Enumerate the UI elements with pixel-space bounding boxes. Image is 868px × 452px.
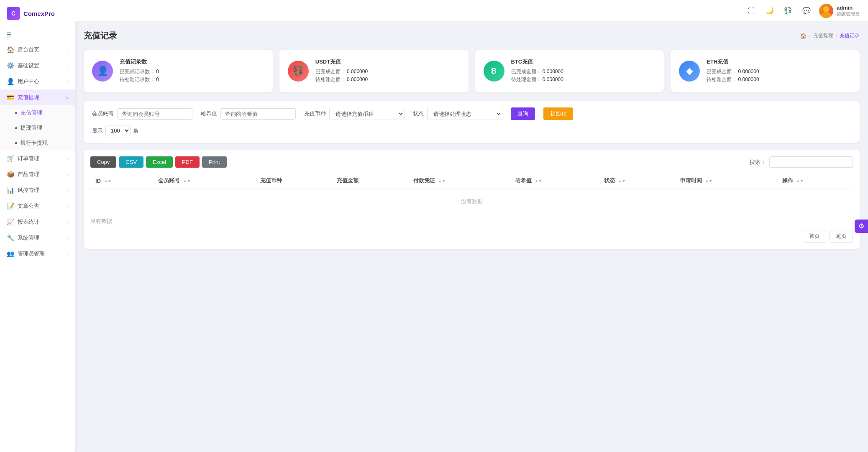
no-data-text: 没有数据 [90, 217, 853, 225]
sidebar-sub-item-bank-withdraw[interactable]: 银行卡提现 [0, 135, 75, 151]
filter-hash-label: 哈希值 [201, 110, 217, 117]
sidebar-item-label: 产品管理 [18, 171, 39, 178]
recharge-icon: 💳 [7, 94, 14, 101]
breadcrumb-home-icon: 🏠 [800, 33, 807, 39]
system-icon: 🔧 [7, 234, 14, 242]
chevron-down-icon: ∨ [66, 95, 69, 100]
col-action[interactable]: 操作 ▲▼ [777, 173, 853, 189]
sidebar: C ComexPro ☰ 🏠 后台首页 ‹ ⚙️ 基础设置 ‹ 👤 用户中心 ‹… [0, 0, 75, 452]
data-table: ID ▲▼ 会员账号 ▲▼ 充值币种 充值金额 [90, 173, 853, 214]
topbar-user[interactable]: admin 超级管理员 [819, 4, 860, 18]
notification-icon[interactable]: 💬 [801, 5, 812, 17]
sidebar-item-dashboard[interactable]: 🏠 后台首页 ‹ [0, 42, 75, 58]
first-page-button[interactable]: 首页 [803, 230, 826, 243]
col-status[interactable]: 状态 ▲▼ [599, 173, 675, 189]
sidebar-sub-recharge: 充值管理 提现管理 银行卡提现 [0, 105, 75, 151]
col-apply-time[interactable]: 申请时间 ▲▼ [675, 173, 777, 189]
chevron-right-icon: ‹ [67, 48, 69, 52]
csv-button[interactable]: CSV [119, 156, 143, 168]
search-row: 搜索： [750, 156, 853, 168]
sidebar-item-label: 基础设置 [18, 62, 39, 69]
floating-settings-button[interactable]: ⚙ [855, 220, 868, 233]
chevron-right-icon: ‹ [67, 64, 69, 68]
sidebar-item-basic[interactable]: ⚙️ 基础设置 ‹ [0, 58, 75, 74]
filter-line-2: 显示 100 50 25 10 条 [92, 125, 851, 136]
currency-icon[interactable]: 💱 [782, 5, 794, 17]
main-area: ⛶ 🌙 💱 💬 admin 超级管理员 充值记录 🏠 / 充值提现 / 充值记录 [75, 0, 868, 452]
fullscreen-icon[interactable]: ⛶ [745, 5, 757, 17]
sidebar-item-users[interactable]: 👤 用户中心 ‹ [0, 74, 75, 89]
breadcrumb: 🏠 / 充值提现 / 充值记录 [800, 32, 860, 39]
query-button[interactable]: 查询 [511, 107, 535, 120]
stat-cards: 👤 充值记录数 已完成记录数： 0 待处理记录数： 0 💱 [84, 50, 860, 92]
copy-button[interactable]: Copy [90, 156, 116, 168]
stat-title: 充值记录数 [120, 58, 264, 66]
sort-icon: ▲▼ [705, 179, 712, 183]
filter-currency: 充值币种 请选择充值币种 USDT BTC ETH [304, 108, 405, 120]
reset-button[interactable]: 初始化 [543, 107, 573, 120]
sidebar-item-reports[interactable]: 📈 报表统计 ‹ [0, 214, 75, 230]
currency-select[interactable]: 请选择充值币种 USDT BTC ETH [329, 108, 405, 120]
sidebar-item-risk[interactable]: 📊 风控管理 ‹ [0, 182, 75, 198]
users-icon: 👤 [7, 78, 14, 85]
sort-icon: ▲▼ [618, 179, 626, 183]
avatar [819, 4, 833, 18]
sidebar-item-orders[interactable]: 🛒 订单管理 ‹ [0, 151, 75, 166]
sidebar-sub-item-withdraw-manage[interactable]: 提现管理 [0, 120, 75, 135]
sidebar-item-label: 文章公告 [18, 202, 39, 210]
pdf-button[interactable]: PDF [175, 156, 200, 168]
table-toolbar: Copy CSV Excel PDF Print 搜索： [90, 156, 853, 168]
sidebar-logo: C ComexPro [0, 0, 75, 27]
col-hash[interactable]: 哈希值 ▲▼ [510, 173, 599, 189]
breadcrumb-current: 充值记录 [840, 32, 860, 39]
sort-icon: ▲▼ [796, 179, 804, 183]
stat-row-pending: 待处理记录数： 0 [120, 76, 264, 83]
display-count-select[interactable]: 100 50 25 10 [105, 125, 131, 136]
filter-member-account: 会员账号 [92, 108, 192, 120]
search-input[interactable] [769, 156, 853, 168]
sidebar-item-articles[interactable]: 📝 文章公告 ‹ [0, 198, 75, 214]
col-member[interactable]: 会员账号 ▲▼ [153, 173, 255, 189]
excel-button[interactable]: Excel [146, 156, 173, 168]
member-account-input[interactable] [117, 108, 192, 120]
articles-icon: 📝 [7, 202, 14, 210]
filter-row: 会员账号 哈希值 充值币种 请选择充值币种 USDT BTC ETH [84, 101, 860, 143]
display-item: 显示 100 50 25 10 条 [92, 125, 138, 136]
col-voucher[interactable]: 付款凭证 ▲▼ [408, 173, 510, 189]
sub-item-label: 提现管理 [20, 124, 42, 132]
svg-point-0 [823, 6, 829, 12]
sub-item-label: 银行卡提现 [20, 139, 48, 147]
sidebar-item-label: 系统管理 [18, 234, 39, 242]
dark-mode-icon[interactable]: 🌙 [764, 5, 776, 17]
sidebar-item-recharge[interactable]: 💳 充值提现 ∨ [0, 89, 75, 105]
content-area: 充值记录 🏠 / 充值提现 / 充值记录 👤 充值记录数 已完成记录数： 0 [75, 22, 868, 452]
logo-text: ComexPro [23, 10, 55, 17]
stat-icon-btc: B [484, 61, 504, 82]
stat-row-completed: 已完成金额： 0.000000 [707, 68, 851, 75]
sidebar-item-system[interactable]: 🔧 系统管理 ‹ [0, 230, 75, 246]
sort-icon: ▲▼ [183, 179, 191, 183]
status-select[interactable]: 请选择处理状态 待处理 已完成 已拒绝 [427, 108, 502, 120]
chevron-right-icon: ‹ [67, 204, 69, 209]
sidebar-item-admins[interactable]: 👥 管理员管理 ‹ [0, 246, 75, 262]
last-page-button[interactable]: 尾页 [830, 230, 853, 243]
print-button[interactable]: Print [202, 156, 227, 168]
topbar-username: admin [837, 5, 860, 11]
stat-row-completed: 已完成金额： 0.000000 [511, 68, 656, 75]
sort-icon: ▲▼ [104, 179, 112, 183]
sidebar-item-label: 管理员管理 [18, 250, 45, 258]
sidebar-menu-toggle[interactable]: ☰ [0, 27, 75, 42]
filter-hash: 哈希值 [201, 108, 296, 120]
filter-status-label: 状态 [413, 110, 424, 117]
topbar-role: 超级管理员 [837, 11, 860, 17]
logo-icon: C [7, 7, 20, 20]
risk-icon: 📊 [7, 186, 14, 194]
stat-row-pending: 待处理金额： 0.000000 [315, 76, 460, 83]
stat-card-eth: ◆ ETH充值 已完成金额： 0.000000 待处理金额： 0.000000 [671, 50, 860, 92]
col-id[interactable]: ID ▲▼ [90, 173, 153, 189]
sidebar-sub-item-recharge-manage[interactable]: 充值管理 [0, 105, 75, 120]
hash-input[interactable] [220, 108, 296, 120]
sidebar-item-products[interactable]: 📦 产品管理 ‹ [0, 166, 75, 182]
breadcrumb-parent: 充值提现 [813, 32, 833, 39]
topbar: ⛶ 🌙 💱 💬 admin 超级管理员 [75, 0, 868, 22]
